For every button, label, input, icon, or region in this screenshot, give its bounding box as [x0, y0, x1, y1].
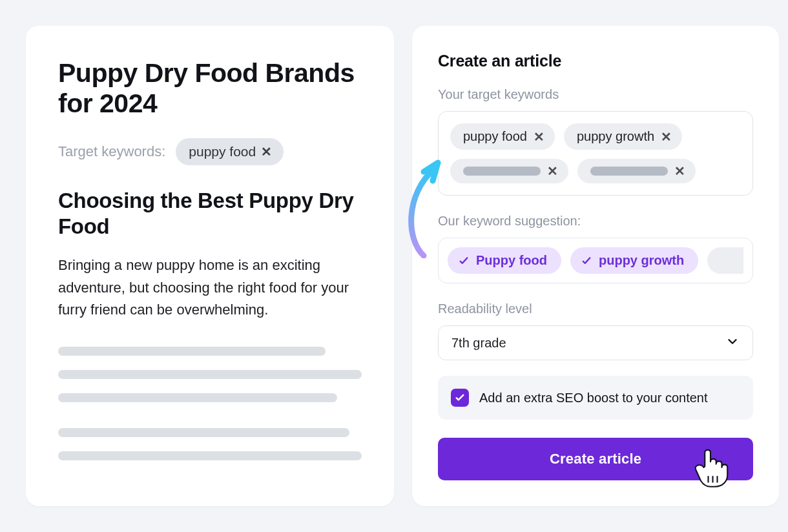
target-keywords-row: Target keywords: puppy food ✕ [58, 138, 362, 165]
readability-value: 7th grade [451, 336, 506, 351]
skeleton-lines [58, 347, 362, 460]
target-keywords-field-label: Your target keywords [438, 87, 753, 102]
close-icon[interactable]: ✕ [674, 165, 685, 178]
check-icon [581, 255, 592, 267]
skeleton-line [58, 370, 362, 379]
close-icon[interactable]: ✕ [534, 130, 544, 143]
keyword-tag-text: puppy food [463, 129, 527, 144]
seo-boost-checkbox[interactable] [451, 389, 469, 407]
keyword-suggestion-label: Our keyword suggestion: [438, 214, 753, 229]
skeleton-line [58, 393, 337, 402]
check-icon [458, 255, 470, 267]
create-article-button-label: Create article [550, 451, 641, 467]
suggestion-chip-overflow [707, 247, 743, 274]
keyword-tag-placeholder[interactable]: ✕ [577, 159, 696, 183]
suggestion-chip[interactable]: Puppy food [448, 247, 561, 274]
target-keywords-input[interactable]: puppy food ✕ puppy growth ✕ ✕ ✕ [438, 111, 753, 196]
keyword-chip[interactable]: puppy food ✕ [176, 138, 284, 165]
seo-boost-option[interactable]: Add an extra SEO boost to your content [438, 376, 753, 420]
close-icon[interactable]: ✕ [261, 145, 272, 158]
suggestion-text: Puppy food [476, 253, 547, 268]
suggestion-text: puppy growth [599, 253, 684, 268]
keyword-tag-text: puppy growth [577, 129, 654, 144]
keyword-tag-placeholder[interactable]: ✕ [450, 159, 568, 183]
suggestion-chip[interactable]: puppy growth [570, 247, 698, 274]
seo-boost-label: Add an extra SEO boost to your content [479, 391, 708, 405]
readability-select[interactable]: 7th grade [438, 325, 753, 360]
article-title: Puppy Dry Food Brands for 2024 [58, 58, 362, 119]
keyword-tag[interactable]: puppy growth ✕ [564, 123, 682, 150]
article-subheading: Choosing the Best Puppy Dry Food [58, 188, 362, 239]
chevron-down-icon [725, 334, 740, 352]
article-preview-card: Puppy Dry Food Brands for 2024 Target ke… [26, 26, 394, 506]
skeleton-line [58, 347, 326, 356]
placeholder-bar [463, 167, 541, 176]
target-keywords-label: Target keywords: [58, 143, 165, 160]
keyword-chip-text: puppy food [189, 144, 256, 159]
close-icon[interactable]: ✕ [661, 130, 672, 143]
app-stage: Puppy Dry Food Brands for 2024 Target ke… [0, 0, 788, 532]
keyword-tag[interactable]: puppy food ✕ [450, 123, 555, 150]
close-icon[interactable]: ✕ [547, 165, 558, 178]
check-icon [454, 392, 466, 404]
placeholder-bar [590, 167, 668, 176]
panel-heading: Create an article [438, 52, 753, 70]
skeleton-line [58, 451, 362, 460]
readability-label: Readability level [438, 302, 753, 316]
keyword-suggestion-box: Puppy food puppy growth [438, 238, 753, 283]
skeleton-line [58, 428, 349, 437]
create-article-button[interactable]: Create article [438, 438, 753, 480]
create-article-panel: Create an article Your target keywords p… [412, 26, 779, 506]
article-body-intro: Bringing a new puppy home is an exciting… [58, 254, 362, 320]
